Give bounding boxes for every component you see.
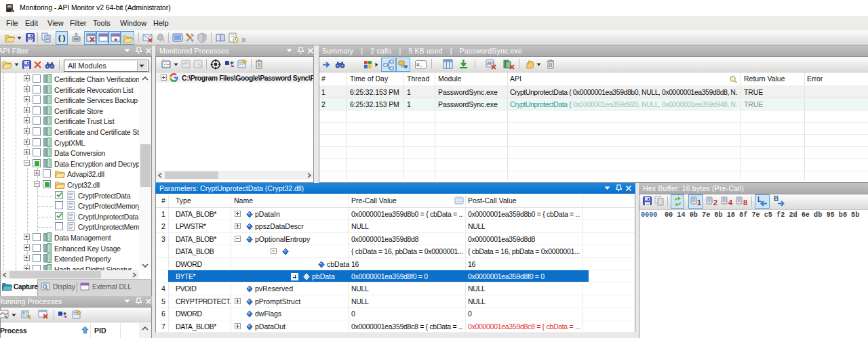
svg-text:API: API	[487, 61, 494, 66]
svg-text:#_: #_	[416, 62, 423, 68]
